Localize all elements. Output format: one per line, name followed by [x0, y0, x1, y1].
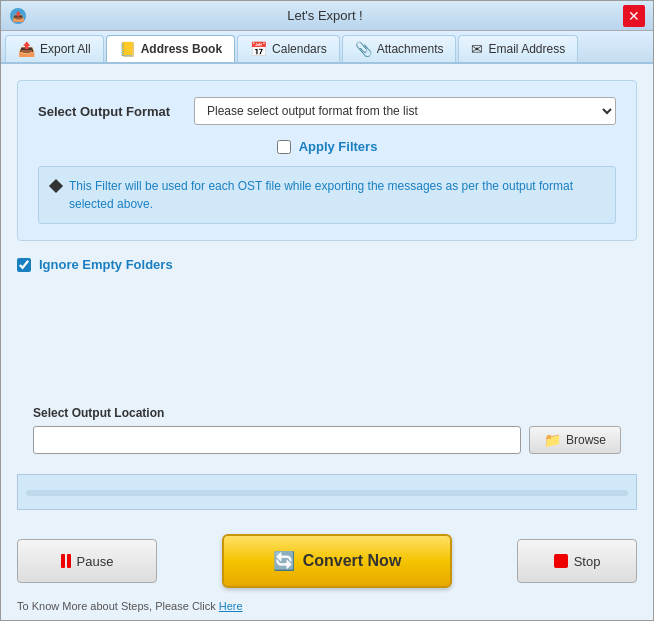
diamond-icon: [49, 179, 63, 193]
footer-text: To Know More about Steps, Please Click: [17, 600, 219, 612]
progress-bar-area: [17, 474, 637, 510]
format-row: Select Output Format Please select outpu…: [38, 97, 616, 125]
output-section: Select Output Location 📁 Browse: [17, 398, 637, 462]
calendars-icon: 📅: [250, 41, 267, 57]
pause-label: Pause: [77, 554, 114, 569]
tab-attachments-label: Attachments: [377, 42, 444, 56]
apply-filters-checkbox[interactable]: [277, 140, 291, 154]
email-address-icon: ✉: [471, 41, 483, 57]
title-bar: 📤 Let's Export ! ✕: [1, 1, 653, 31]
output-row: 📁 Browse: [33, 426, 621, 454]
svg-text:📤: 📤: [12, 10, 25, 23]
browse-label: Browse: [566, 433, 606, 447]
attachments-icon: 📎: [355, 41, 372, 57]
content-area: Select Output Format Please select outpu…: [1, 64, 653, 526]
window-title: Let's Export !: [27, 8, 623, 23]
tab-email-address[interactable]: ✉ Email Address: [458, 35, 578, 62]
convert-icon: 🔄: [273, 550, 295, 572]
filter-info-text: This Filter will be used for each OST fi…: [69, 177, 603, 213]
format-section: Select Output Format Please select outpu…: [17, 80, 637, 241]
browse-button[interactable]: 📁 Browse: [529, 426, 621, 454]
tab-address-book-label: Address Book: [141, 42, 222, 56]
export-all-icon: 📤: [18, 41, 35, 57]
apply-filters-label[interactable]: Apply Filters: [299, 139, 378, 154]
address-book-icon: 📒: [119, 41, 136, 57]
tab-calendars[interactable]: 📅 Calendars: [237, 35, 340, 62]
pause-icon: [61, 554, 71, 568]
tab-calendars-label: Calendars: [272, 42, 327, 56]
ignore-empty-folders-checkbox[interactable]: [17, 258, 31, 272]
ignore-folders-row: Ignore Empty Folders: [17, 253, 637, 276]
stop-label: Stop: [574, 554, 601, 569]
close-button[interactable]: ✕: [623, 5, 645, 27]
tab-export-all-label: Export All: [40, 42, 91, 56]
main-window: 📤 Let's Export ! ✕ 📤 Export All 📒 Addres…: [0, 0, 654, 621]
app-icon: 📤: [9, 7, 27, 25]
filter-info-box: This Filter will be used for each OST fi…: [38, 166, 616, 224]
progress-track: [26, 490, 628, 496]
tab-export-all[interactable]: 📤 Export All: [5, 35, 104, 62]
spacer: [17, 288, 637, 386]
convert-now-button[interactable]: 🔄 Convert Now: [222, 534, 452, 588]
convert-label: Convert Now: [303, 552, 402, 570]
pause-button[interactable]: Pause: [17, 539, 157, 583]
tab-address-book[interactable]: 📒 Address Book: [106, 35, 235, 62]
footer: To Know More about Steps, Please Click H…: [1, 596, 653, 620]
tab-email-address-label: Email Address: [488, 42, 565, 56]
stop-icon: [554, 554, 568, 568]
folder-icon: 📁: [544, 432, 561, 448]
bottom-buttons: Pause 🔄 Convert Now Stop: [1, 526, 653, 596]
ignore-empty-folders-label[interactable]: Ignore Empty Folders: [39, 257, 173, 272]
output-location-label: Select Output Location: [33, 406, 621, 420]
select-format-label: Select Output Format: [38, 104, 178, 119]
tab-attachments[interactable]: 📎 Attachments: [342, 35, 457, 62]
filter-row: Apply Filters: [38, 139, 616, 154]
tab-bar: 📤 Export All 📒 Address Book 📅 Calendars …: [1, 31, 653, 64]
footer-link[interactable]: Here: [219, 600, 243, 612]
output-format-select[interactable]: Please select output format from the lis…: [194, 97, 616, 125]
stop-button[interactable]: Stop: [517, 539, 637, 583]
output-path-input[interactable]: [33, 426, 521, 454]
